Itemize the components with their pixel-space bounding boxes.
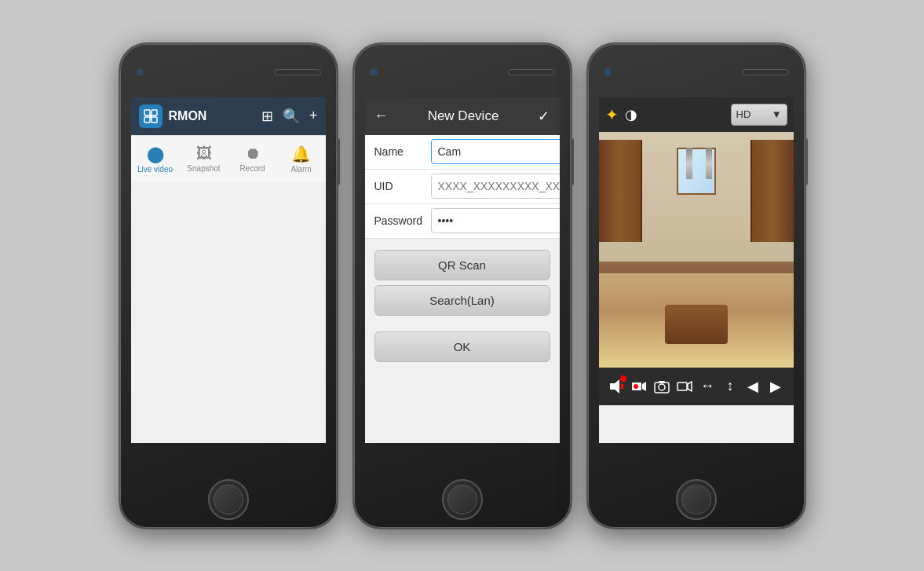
phone-3: ✦ ◑ HD ▼	[586, 42, 806, 529]
svg-marker-9	[642, 382, 646, 391]
video-control[interactable]	[674, 374, 696, 399]
play-control[interactable]: ▶	[765, 374, 787, 399]
svg-rect-2	[144, 117, 150, 123]
kitchen-island	[665, 305, 728, 344]
password-input[interactable]	[431, 208, 560, 233]
camera-feed	[599, 132, 794, 368]
home-button-inner-2	[447, 485, 477, 514]
home-button-inner-1	[214, 485, 243, 514]
pendant-light-1	[686, 148, 692, 179]
quality-value: HD	[736, 108, 751, 120]
tab-alarm[interactable]: 🔔 Alarm	[277, 145, 326, 174]
svg-marker-5	[610, 379, 619, 393]
front-camera-1	[136, 68, 144, 76]
tab-record[interactable]: ⏺ Record	[228, 145, 277, 173]
svg-rect-3	[152, 117, 157, 123]
bottom-tabs: ⬤ Live video 🖼 Snapshot ⏺ Record 🔔 Alarm	[131, 135, 326, 182]
qr-scan-button[interactable]: QR Scan	[374, 250, 550, 280]
app-header: RMON ⊞ 🔍 +	[131, 97, 326, 135]
password-label: Password	[374, 214, 431, 227]
grid-icon[interactable]: ⊞	[261, 108, 273, 125]
alarm-icon: 🔔	[291, 145, 311, 163]
svg-point-10	[634, 384, 638, 389]
live-video-icon: ⬤	[147, 145, 164, 163]
home-button-2[interactable]	[442, 479, 483, 520]
svg-point-12	[659, 384, 665, 390]
svg-point-4	[149, 115, 152, 118]
camera-controls-top: ✦ ◑ HD ▼	[599, 97, 794, 132]
app-title: RMON	[169, 109, 255, 123]
new-device-form: Name UID Password	[365, 135, 560, 239]
phone-2: ← New Device ✓ Name UID Password	[352, 42, 572, 529]
search-icon[interactable]: 🔍	[283, 108, 300, 125]
pendant-light-2	[706, 148, 712, 179]
svg-marker-15	[688, 382, 692, 391]
record-icon: ⏺	[245, 145, 261, 163]
back-button[interactable]: ←	[374, 108, 389, 124]
contrast-icon[interactable]: ◑	[625, 106, 637, 123]
speaker-3	[742, 69, 789, 75]
front-camera-3	[604, 68, 612, 76]
front-camera-2	[370, 68, 378, 76]
chevron-down-icon: ▼	[772, 108, 782, 120]
mute-control[interactable]	[605, 374, 628, 399]
snapshot-icon: 🖼	[196, 145, 212, 163]
name-label: Name	[374, 145, 431, 158]
cabinet-right	[751, 140, 794, 242]
tab-snapshot[interactable]: 🖼 Snapshot	[180, 145, 228, 173]
tab-live-video[interactable]: ⬤ Live video	[131, 145, 180, 174]
name-row: Name	[365, 135, 560, 170]
name-input[interactable]	[431, 139, 560, 164]
phone-screen-2: ← New Device ✓ Name UID Password	[365, 97, 560, 443]
app-icon	[139, 104, 163, 128]
phone-top-bar-3	[588, 44, 805, 91]
password-row: Password	[365, 204, 560, 239]
uid-label: UID	[374, 180, 431, 192]
phone-screen-3: ✦ ◑ HD ▼	[599, 97, 794, 443]
kitchen-scene	[599, 132, 794, 368]
confirm-button[interactable]: ✓	[538, 108, 550, 125]
snapshot-control[interactable]	[651, 374, 674, 399]
phone-1: RMON ⊞ 🔍 + ⬤ Live video 🖼 Snapshot	[119, 42, 338, 529]
uid-row: UID	[365, 170, 560, 204]
svg-rect-0	[144, 110, 150, 115]
add-icon[interactable]: +	[309, 108, 318, 125]
move-v-control[interactable]: ↕	[719, 374, 742, 399]
move-h-control[interactable]: ↔	[696, 374, 719, 399]
new-device-title: New Device	[428, 108, 499, 124]
ok-button[interactable]: OK	[374, 331, 550, 362]
new-device-header: ← New Device ✓	[365, 97, 560, 135]
quality-selector[interactable]: HD ▼	[731, 104, 787, 126]
phone-top-bar-1	[120, 44, 337, 91]
speaker-2	[508, 69, 555, 75]
svg-rect-13	[659, 381, 665, 383]
home-button-inner-3	[681, 485, 711, 514]
home-button-3[interactable]	[676, 479, 717, 520]
phones-container: RMON ⊞ 🔍 + ⬤ Live video 🖼 Snapshot	[119, 42, 806, 529]
svg-rect-1	[152, 110, 157, 115]
search-lan-button[interactable]: Search(Lan)	[374, 285, 550, 316]
brightness-icon[interactable]: ✦	[605, 105, 619, 124]
phone-screen-1: RMON ⊞ 🔍 + ⬤ Live video 🖼 Snapshot	[131, 97, 326, 443]
uid-input[interactable]	[431, 174, 560, 199]
flip-h-control[interactable]: ◀	[742, 374, 765, 399]
cabinet-left	[599, 140, 642, 242]
home-button-1[interactable]	[208, 479, 249, 520]
camera-controls-bottom: ↔ ↕ ◀ ▶	[599, 368, 794, 405]
record-control[interactable]	[628, 374, 651, 399]
header-actions: ⊞ 🔍 +	[261, 108, 318, 125]
speaker-1	[274, 69, 321, 75]
phone-top-bar-2	[354, 44, 571, 91]
svg-rect-14	[677, 382, 687, 390]
action-buttons: QR Scan Search(Lan) OK	[365, 239, 560, 362]
